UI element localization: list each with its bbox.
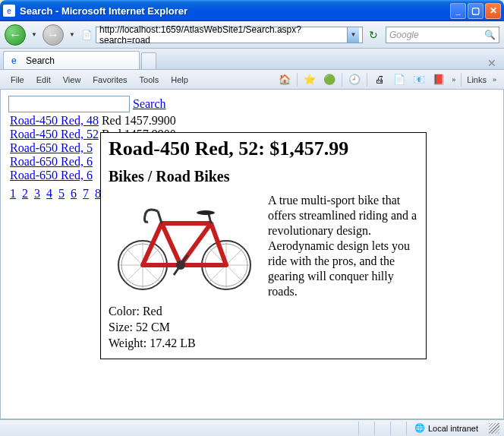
page-link[interactable]: 6 <box>71 187 77 200</box>
window-title: Search - Microsoft Internet Explorer <box>20 5 450 17</box>
tab-bar: e Search ✕ <box>0 49 504 70</box>
page-icon: 📄 <box>80 29 93 41</box>
home-icon[interactable]: 🏠 <box>277 72 292 87</box>
new-tab-button[interactable] <box>141 52 156 69</box>
result-link[interactable]: Road-650 Red, 6 <box>10 155 93 168</box>
resize-grip[interactable] <box>489 423 499 434</box>
refresh-button[interactable]: ↻ <box>366 27 381 43</box>
page-link[interactable]: 3 <box>34 187 40 200</box>
zone-icon: 🌐 <box>414 423 425 434</box>
menu-favorites[interactable]: Favorites <box>87 75 133 84</box>
result-link[interactable]: Road-450 Red, 48 <box>10 114 99 127</box>
status-bar: 🌐 Local intranet <box>0 419 504 436</box>
result-link[interactable]: Road-450 Red, 52 <box>10 128 99 141</box>
app-icon: e <box>3 5 15 17</box>
menu-file[interactable]: File <box>5 75 30 84</box>
search-placeholder: Google <box>389 30 419 40</box>
result-color: Red <box>100 114 123 128</box>
page-link[interactable]: 1 <box>10 187 16 200</box>
menu-view[interactable]: View <box>57 75 87 84</box>
tab-search[interactable]: e Search <box>3 51 140 69</box>
nav-toolbar: ← ▼ → ▼ 📄 http://localhost:1659/AtlasWeb… <box>0 21 504 49</box>
product-image <box>109 193 260 292</box>
spec-color: Red <box>143 305 162 318</box>
address-bar[interactable]: http://localhost:1659/AtlasWebSite1/Sear… <box>96 27 363 43</box>
minimize-button[interactable]: _ <box>450 3 466 19</box>
detail-description: A true multi-sport bike that offers stre… <box>268 193 418 299</box>
search-link[interactable]: Search <box>133 97 166 111</box>
search-icon[interactable]: 🔍 <box>484 30 496 40</box>
back-dropdown[interactable]: ▼ <box>30 24 38 46</box>
window-titlebar: e Search - Microsoft Internet Explorer _… <box>0 0 504 21</box>
table-row: Road-450 Red, 48Red1457.9900 <box>8 114 178 128</box>
product-detail-popup: Road-450 Red, 52: $1,457.99 Bikes / Road… <box>100 132 427 359</box>
ie-icon: e <box>11 55 22 66</box>
forward-dropdown[interactable]: ▼ <box>68 24 76 46</box>
result-link[interactable]: Road-650 Red, 6 <box>10 169 93 182</box>
back-button[interactable]: ← <box>5 24 26 46</box>
maximize-button[interactable]: ▢ <box>468 3 484 19</box>
result-link[interactable]: Road-650 Red, 5 <box>10 141 93 154</box>
page-link[interactable]: 7 <box>83 187 89 200</box>
browser-search-input[interactable]: Google 🔍 <box>386 27 499 43</box>
links-overflow[interactable]: » <box>493 76 496 84</box>
page-link[interactable]: 5 <box>58 187 65 200</box>
svg-line-13 <box>158 211 162 223</box>
menu-tools[interactable]: Tools <box>134 75 165 84</box>
detail-specs: Color: Red Size: 52 CM Weight: 17.42 LB <box>109 304 418 351</box>
detail-category: Bikes / Road Bikes <box>109 168 418 185</box>
tab-title: Search <box>26 55 55 66</box>
print-icon[interactable]: 🖨 <box>372 72 387 87</box>
forward-button[interactable]: → <box>43 24 64 46</box>
toolbar-overflow[interactable]: » <box>452 76 455 84</box>
page-content: Search Road-450 Red, 48Red1457.9900 Road… <box>0 90 504 419</box>
menu-help[interactable]: Help <box>165 75 194 84</box>
page-tool-icon[interactable]: 📄 <box>392 72 407 87</box>
address-url: http://localhost:1659/AtlasWebSite1/Sear… <box>99 24 347 46</box>
spec-size: 52 CM <box>136 321 170 333</box>
tab-close-button[interactable]: ✕ <box>483 57 501 69</box>
spec-weight: 17.42 LB <box>150 336 195 349</box>
mail-icon[interactable]: 📧 <box>411 72 427 87</box>
feeds-icon[interactable]: 🟢 <box>322 72 337 87</box>
menu-bar: File Edit View Favorites Tools Help 🏠 ⭐ … <box>0 70 504 90</box>
close-button[interactable]: ✕ <box>485 3 501 19</box>
page-link[interactable]: 4 <box>46 187 52 200</box>
links-button[interactable]: Links <box>464 75 490 84</box>
status-message <box>5 422 358 435</box>
menu-edit[interactable]: Edit <box>30 75 57 84</box>
search-input[interactable] <box>8 96 130 112</box>
research-icon[interactable]: 📕 <box>431 72 446 87</box>
favorites-icon[interactable]: ⭐ <box>302 72 317 87</box>
detail-title: Road-450 Red, 52: $1,457.99 <box>109 137 418 160</box>
history-icon[interactable]: 🕘 <box>347 72 362 87</box>
result-price: 1457.9900 <box>123 114 178 128</box>
security-zone: 🌐 Local intranet <box>406 422 486 435</box>
zone-label: Local intranet <box>428 424 478 433</box>
page-link[interactable]: 2 <box>22 187 28 200</box>
address-dropdown[interactable]: ▼ <box>347 27 359 43</box>
svg-point-15 <box>197 210 215 215</box>
